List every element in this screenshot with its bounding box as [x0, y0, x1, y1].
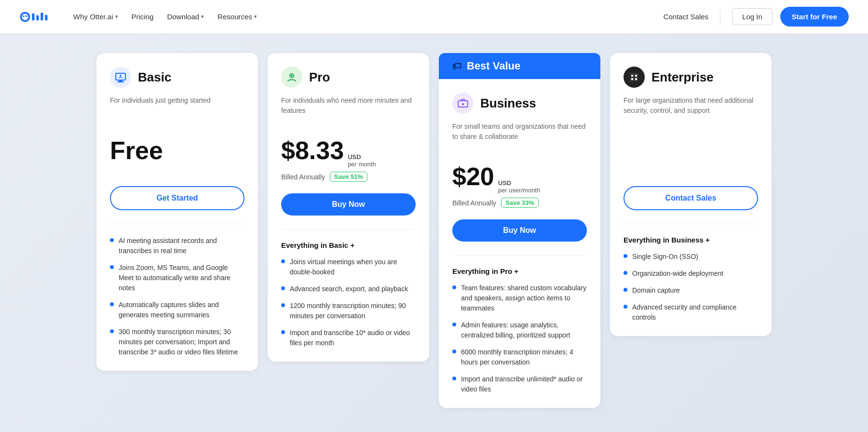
pro-feature-3: 1200 monthly transcription minutes; 90 m…	[281, 301, 416, 321]
business-feature-1: Team features: shared custom vocabulary …	[452, 283, 587, 313]
logo[interactable]	[19, 8, 48, 26]
svg-rect-4	[32, 13, 34, 20]
navbar-right: Contact Sales Log In Start for Free	[664, 7, 849, 27]
svg-point-13	[291, 75, 293, 77]
business-plan-price: $20 USD per user/month Billed Annually S…	[452, 162, 587, 208]
enterprise-feature-4: Advanced security and compliance control…	[624, 302, 758, 323]
business-plan-wrapper: 🏷 Best Value Business For small teams an…	[439, 53, 600, 408]
enterprise-feature-list: Single Sign-On (SSO) Organization-wide d…	[624, 252, 758, 323]
business-plan-header: Business	[452, 93, 587, 114]
basic-feature-2: Joins Zoom, MS Teams, and Google Meet to…	[110, 263, 244, 293]
basic-plan-card: Basic For individuals just getting start…	[96, 53, 258, 371]
divider	[720, 10, 720, 24]
pro-plan-description: For individuals who need more minutes an…	[281, 95, 416, 124]
feature-bullet	[110, 302, 114, 306]
business-price-amount: $20	[452, 162, 494, 191]
navbar: Why Otter.ai ▾ Pricing Download ▾ Resour…	[0, 0, 868, 34]
svg-rect-6	[41, 13, 43, 21]
login-button[interactable]: Log In	[732, 8, 773, 25]
best-value-label: Best Value	[467, 60, 520, 72]
main-content: Basic For individuals just getting start…	[0, 34, 868, 432]
svg-point-3	[26, 15, 27, 17]
svg-rect-18	[635, 75, 637, 77]
pro-feature-1: Joins virtual meetings when you are doub…	[281, 257, 416, 277]
pro-feature-4: Import and transcribe 10* audio or video…	[281, 328, 416, 348]
basic-plan-price: Free	[110, 136, 244, 175]
feature-bullet	[281, 286, 285, 290]
nav-pricing[interactable]: Pricing	[126, 9, 160, 25]
feature-bullet	[452, 323, 456, 326]
business-billing-row: Billed Annually Save 33%	[452, 198, 587, 208]
pro-price-amount: $8.33	[281, 136, 344, 165]
svg-rect-10	[117, 81, 124, 82]
pro-features: Everything in Basic + Joins virtual meet…	[281, 229, 416, 348]
feature-bullet	[110, 329, 114, 333]
basic-feature-1: AI meeting assistant records and transcr…	[110, 236, 244, 256]
feature-bullet	[110, 265, 114, 269]
basic-plan-name: Basic	[138, 70, 171, 85]
svg-rect-15	[462, 103, 464, 105]
pro-features-header: Everything in Basic +	[281, 241, 416, 249]
feature-bullet	[452, 285, 456, 289]
enterprise-plan-name: Enterprise	[651, 70, 714, 85]
basic-plan-header: Basic	[110, 67, 244, 88]
pro-plan-icon	[281, 67, 302, 88]
nav-download[interactable]: Download ▾	[161, 9, 210, 25]
basic-get-started-button[interactable]: Get Started	[110, 186, 244, 210]
business-feature-3: 6000 monthly transcription minutes; 4 ho…	[452, 347, 587, 367]
svg-rect-9	[119, 80, 122, 81]
pro-buy-now-button[interactable]: Buy Now	[281, 193, 416, 216]
basic-price-value: Free	[110, 136, 244, 165]
basic-plan-icon	[110, 67, 131, 88]
feature-bullet	[452, 350, 456, 353]
enterprise-plan-icon	[624, 67, 645, 88]
pro-plan-price: $8.33 USD per month Billed Annually Save…	[281, 136, 416, 182]
business-save-badge: Save 33%	[501, 198, 539, 208]
start-for-free-button[interactable]: Start for Free	[780, 7, 849, 27]
pro-plan-header: Pro	[281, 67, 416, 88]
pro-save-badge: Save 51%	[330, 172, 367, 182]
pro-price-row: $8.33 USD per month	[281, 136, 416, 168]
enterprise-plan-description: For large organizations that need additi…	[624, 95, 758, 124]
chevron-down-icon: ▾	[201, 14, 204, 20]
basic-feature-3: Automatically captures slides and genera…	[110, 300, 244, 320]
feature-bullet	[624, 288, 627, 292]
business-plan-description: For small teams and organizations that n…	[452, 122, 587, 150]
pro-price-meta: USD per month	[348, 153, 376, 168]
svg-rect-7	[45, 14, 47, 20]
chevron-down-icon: ▾	[115, 14, 118, 20]
enterprise-features: Everything in Business + Single Sign-On …	[624, 224, 758, 323]
feature-bullet	[281, 259, 285, 263]
nav-resources[interactable]: Resources ▾	[212, 9, 263, 25]
business-feature-list: Team features: shared custom vocabulary …	[452, 283, 587, 394]
enterprise-contact-sales-button[interactable]: Contact Sales	[624, 186, 758, 210]
svg-point-11	[120, 75, 122, 77]
tag-icon: 🏷	[452, 61, 462, 72]
basic-features: AI meeting assistant records and transcr…	[110, 224, 244, 357]
pro-feature-2: Advanced search, export, and playback	[281, 284, 416, 294]
business-plan-card: Business For small teams and organizatio…	[439, 79, 600, 408]
feature-bullet	[281, 330, 285, 334]
chevron-down-icon: ▾	[254, 14, 257, 20]
nav-why-otter[interactable]: Why Otter.ai ▾	[68, 9, 124, 25]
feature-bullet	[281, 303, 285, 307]
basic-feature-list: AI meeting assistant records and transcr…	[110, 236, 244, 357]
basic-feature-4: 300 monthly transcription minutes; 30 mi…	[110, 327, 244, 357]
contact-sales-link[interactable]: Contact Sales	[664, 13, 708, 21]
feature-bullet	[110, 238, 114, 242]
business-feature-2: Admin features: usage analytics, central…	[452, 320, 587, 340]
svg-point-2	[23, 15, 25, 17]
svg-point-1	[22, 14, 28, 20]
svg-rect-20	[635, 78, 637, 80]
business-features-header: Everything in Pro +	[452, 267, 587, 275]
feature-bullet	[624, 305, 627, 309]
business-price-row: $20 USD per user/month	[452, 162, 587, 194]
business-feature-4: Import and transcribe unlimited* audio o…	[452, 374, 587, 394]
enterprise-plan-header: Enterprise	[624, 67, 758, 88]
business-features: Everything in Pro + Team features: share…	[452, 255, 587, 394]
business-buy-now-button[interactable]: Buy Now	[452, 219, 587, 242]
enterprise-features-header: Everything in Business +	[624, 236, 758, 244]
svg-rect-17	[631, 75, 633, 77]
pricing-grid: Basic For individuals just getting start…	[96, 53, 772, 408]
pro-plan-card: Pro For individuals who need more minute…	[268, 53, 429, 362]
